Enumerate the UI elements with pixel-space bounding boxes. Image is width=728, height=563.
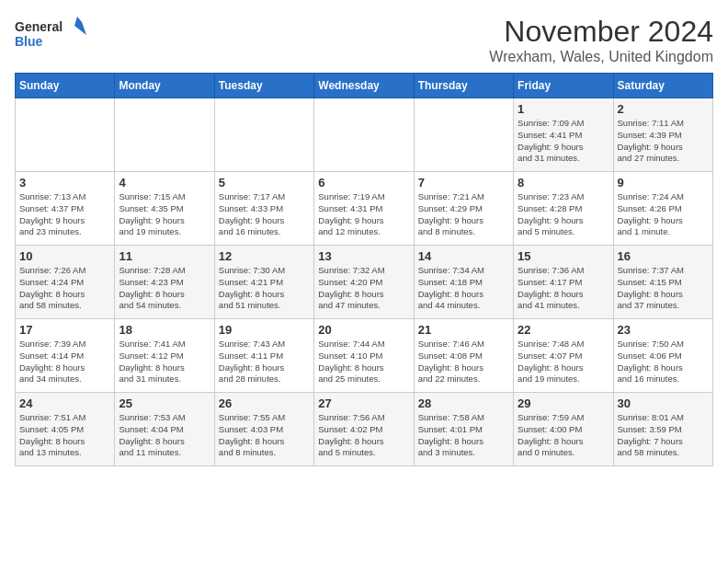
day-number: 1	[518, 102, 609, 116]
table-cell: 4Sunrise: 7:15 AM Sunset: 4:35 PM Daylig…	[115, 172, 214, 246]
day-number: 23	[618, 323, 709, 337]
day-info: Sunrise: 7:56 AM Sunset: 4:02 PM Dayligh…	[318, 412, 409, 459]
table-cell	[314, 98, 414, 172]
day-number: 27	[318, 396, 409, 410]
day-info: Sunrise: 7:17 AM Sunset: 4:33 PM Dayligh…	[219, 191, 310, 238]
table-cell	[16, 98, 115, 172]
table-cell: 20Sunrise: 7:44 AM Sunset: 4:10 PM Dayli…	[314, 319, 414, 393]
day-info: Sunrise: 7:11 AM Sunset: 4:39 PM Dayligh…	[618, 118, 709, 165]
day-number: 3	[19, 176, 110, 190]
day-number: 8	[518, 176, 609, 190]
day-number: 17	[19, 323, 110, 337]
table-cell: 16Sunrise: 7:37 AM Sunset: 4:15 PM Dayli…	[613, 246, 712, 319]
logo-icon: General Blue	[15, 15, 88, 56]
day-info: Sunrise: 7:51 AM Sunset: 4:05 PM Dayligh…	[19, 412, 110, 459]
day-info: Sunrise: 7:41 AM Sunset: 4:12 PM Dayligh…	[119, 339, 210, 385]
table-cell: 13Sunrise: 7:32 AM Sunset: 4:20 PM Dayli…	[314, 246, 414, 319]
day-info: Sunrise: 7:09 AM Sunset: 4:41 PM Dayligh…	[518, 118, 609, 165]
day-number: 7	[418, 176, 509, 190]
day-number: 16	[618, 249, 709, 263]
svg-text:Blue: Blue	[15, 34, 43, 49]
day-info: Sunrise: 7:13 AM Sunset: 4:37 PM Dayligh…	[19, 191, 110, 238]
table-cell: 23Sunrise: 7:50 AM Sunset: 4:06 PM Dayli…	[613, 319, 712, 393]
day-info: Sunrise: 7:48 AM Sunset: 4:07 PM Dayligh…	[518, 339, 609, 385]
day-info: Sunrise: 7:59 AM Sunset: 4:00 PM Dayligh…	[518, 412, 609, 459]
day-info: Sunrise: 7:53 AM Sunset: 4:04 PM Dayligh…	[119, 412, 210, 459]
day-info: Sunrise: 7:36 AM Sunset: 4:17 PM Dayligh…	[518, 265, 609, 312]
day-number: 26	[219, 396, 310, 410]
day-info: Sunrise: 8:01 AM Sunset: 3:59 PM Dayligh…	[618, 412, 709, 459]
svg-text:General: General	[15, 19, 63, 34]
table-cell: 27Sunrise: 7:56 AM Sunset: 4:02 PM Dayli…	[314, 393, 414, 466]
table-cell: 5Sunrise: 7:17 AM Sunset: 4:33 PM Daylig…	[214, 172, 313, 246]
header-thursday: Thursday	[414, 74, 513, 98]
table-cell: 15Sunrise: 7:36 AM Sunset: 4:17 PM Dayli…	[514, 246, 613, 319]
table-cell	[414, 98, 513, 172]
day-info: Sunrise: 7:39 AM Sunset: 4:14 PM Dayligh…	[19, 339, 110, 385]
logo: General Blue	[15, 15, 88, 56]
day-info: Sunrise: 7:32 AM Sunset: 4:20 PM Dayligh…	[318, 265, 409, 312]
table-cell: 26Sunrise: 7:55 AM Sunset: 4:03 PM Dayli…	[214, 393, 313, 466]
day-number: 22	[518, 323, 609, 337]
day-number: 13	[318, 249, 409, 263]
table-cell: 30Sunrise: 8:01 AM Sunset: 3:59 PM Dayli…	[613, 393, 712, 466]
calendar-table: Sunday Monday Tuesday Wednesday Thursday…	[15, 73, 713, 466]
day-number: 2	[618, 102, 709, 116]
header-sunday: Sunday	[16, 74, 115, 98]
day-info: Sunrise: 7:26 AM Sunset: 4:24 PM Dayligh…	[19, 265, 110, 312]
day-info: Sunrise: 7:30 AM Sunset: 4:21 PM Dayligh…	[219, 265, 310, 312]
day-info: Sunrise: 7:50 AM Sunset: 4:06 PM Dayligh…	[618, 339, 709, 385]
day-number: 12	[219, 249, 310, 263]
svg-marker-2	[74, 17, 86, 35]
header-friday: Friday	[514, 74, 613, 98]
week-row-4: 17Sunrise: 7:39 AM Sunset: 4:14 PM Dayli…	[16, 319, 713, 393]
table-cell: 17Sunrise: 7:39 AM Sunset: 4:14 PM Dayli…	[16, 319, 115, 393]
table-cell: 3Sunrise: 7:13 AM Sunset: 4:37 PM Daylig…	[16, 172, 115, 246]
table-cell: 9Sunrise: 7:24 AM Sunset: 4:26 PM Daylig…	[613, 172, 712, 246]
day-number: 25	[119, 396, 210, 410]
day-info: Sunrise: 7:34 AM Sunset: 4:18 PM Dayligh…	[418, 265, 509, 312]
table-cell: 25Sunrise: 7:53 AM Sunset: 4:04 PM Dayli…	[115, 393, 214, 466]
title-section: November 2024 Wrexham, Wales, United Kin…	[489, 15, 713, 65]
header-wednesday: Wednesday	[314, 74, 414, 98]
day-number: 28	[418, 396, 509, 410]
table-cell: 18Sunrise: 7:41 AM Sunset: 4:12 PM Dayli…	[115, 319, 214, 393]
table-cell: 21Sunrise: 7:46 AM Sunset: 4:08 PM Dayli…	[414, 319, 513, 393]
day-number: 6	[318, 176, 409, 190]
header-saturday: Saturday	[613, 74, 712, 98]
day-number: 9	[618, 176, 709, 190]
calendar-subtitle: Wrexham, Wales, United Kingdom	[489, 49, 713, 65]
table-cell: 11Sunrise: 7:28 AM Sunset: 4:23 PM Dayli…	[115, 246, 214, 319]
day-info: Sunrise: 7:44 AM Sunset: 4:10 PM Dayligh…	[318, 339, 409, 385]
day-number: 10	[19, 249, 110, 263]
day-info: Sunrise: 7:19 AM Sunset: 4:31 PM Dayligh…	[318, 191, 409, 238]
header-tuesday: Tuesday	[214, 74, 313, 98]
day-number: 24	[19, 396, 110, 410]
table-cell: 10Sunrise: 7:26 AM Sunset: 4:24 PM Dayli…	[16, 246, 115, 319]
day-number: 19	[219, 323, 310, 337]
day-info: Sunrise: 7:21 AM Sunset: 4:29 PM Dayligh…	[418, 191, 509, 238]
table-cell: 1Sunrise: 7:09 AM Sunset: 4:41 PM Daylig…	[514, 98, 613, 172]
table-cell	[214, 98, 313, 172]
day-info: Sunrise: 7:23 AM Sunset: 4:28 PM Dayligh…	[518, 191, 609, 238]
table-cell: 22Sunrise: 7:48 AM Sunset: 4:07 PM Dayli…	[514, 319, 613, 393]
week-row-3: 10Sunrise: 7:26 AM Sunset: 4:24 PM Dayli…	[16, 246, 713, 319]
table-cell: 2Sunrise: 7:11 AM Sunset: 4:39 PM Daylig…	[613, 98, 712, 172]
day-number: 5	[219, 176, 310, 190]
table-cell: 29Sunrise: 7:59 AM Sunset: 4:00 PM Dayli…	[514, 393, 613, 466]
day-info: Sunrise: 7:37 AM Sunset: 4:15 PM Dayligh…	[618, 265, 709, 312]
table-cell: 24Sunrise: 7:51 AM Sunset: 4:05 PM Dayli…	[16, 393, 115, 466]
header-monday: Monday	[115, 74, 214, 98]
day-number: 20	[318, 323, 409, 337]
day-info: Sunrise: 7:43 AM Sunset: 4:11 PM Dayligh…	[219, 339, 310, 385]
table-cell: 19Sunrise: 7:43 AM Sunset: 4:11 PM Dayli…	[214, 319, 313, 393]
week-row-2: 3Sunrise: 7:13 AM Sunset: 4:37 PM Daylig…	[16, 172, 713, 246]
table-cell: 6Sunrise: 7:19 AM Sunset: 4:31 PM Daylig…	[314, 172, 414, 246]
day-info: Sunrise: 7:15 AM Sunset: 4:35 PM Dayligh…	[119, 191, 210, 238]
week-row-1: 1Sunrise: 7:09 AM Sunset: 4:41 PM Daylig…	[16, 98, 713, 172]
table-cell: 12Sunrise: 7:30 AM Sunset: 4:21 PM Dayli…	[214, 246, 313, 319]
header: General Blue November 2024 Wrexham, Wale…	[15, 15, 713, 65]
header-row: Sunday Monday Tuesday Wednesday Thursday…	[16, 74, 713, 98]
day-info: Sunrise: 7:24 AM Sunset: 4:26 PM Dayligh…	[618, 191, 709, 238]
day-info: Sunrise: 7:28 AM Sunset: 4:23 PM Dayligh…	[119, 265, 210, 312]
